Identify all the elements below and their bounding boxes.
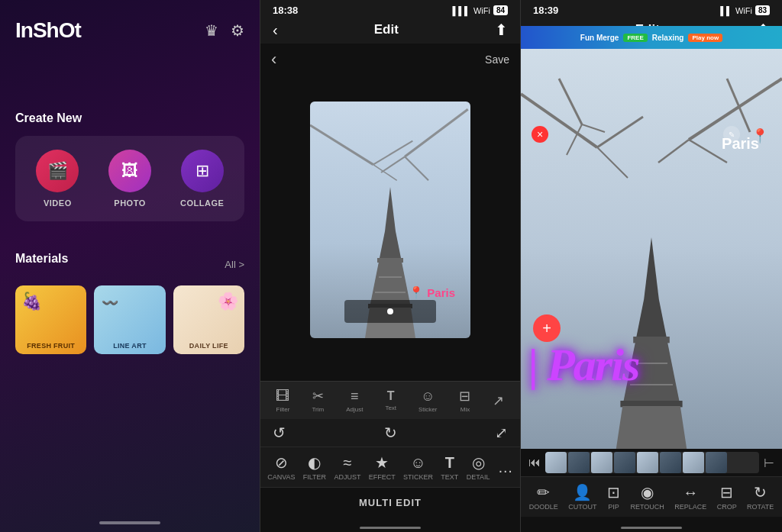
ad-banner[interactable]: Fun Merge FREE Relaxing Play now	[521, 26, 782, 49]
tool-rotate[interactable]: ↻ ROTATE	[747, 483, 774, 511]
text-icon: T	[445, 454, 454, 472]
tool-doodle[interactable]: ✏ DOODLE	[529, 483, 558, 511]
material-fresh-fruit[interactable]: FRESH FRUIT	[15, 285, 86, 354]
home-header: InShOt ♛ ⚙	[0, 0, 260, 50]
detail-label: DETAIL	[467, 473, 490, 481]
tool-filter[interactable]: ◐ FILTER	[303, 453, 326, 481]
tool-detail[interactable]: ◎ DETAIL	[467, 453, 490, 481]
paris-tree-branches	[521, 44, 782, 266]
fab-plus-icon: +	[542, 320, 551, 337]
tool-text[interactable]: T TEXT	[441, 454, 458, 481]
multi-edit-button[interactable]: MULTI EDIT	[359, 497, 422, 508]
edit-action-row: ↺ ↻ ⤢	[260, 419, 520, 447]
material-daily-life[interactable]: DAILY LIFE	[173, 285, 244, 354]
effect-icon: ★	[375, 453, 389, 472]
sticker-mini-icon: ☺	[421, 389, 435, 405]
material-daily-label: DAILY LIFE	[173, 342, 244, 350]
materials-all-link[interactable]: All >	[225, 259, 244, 270]
share-icon-middle[interactable]: ⬆	[495, 21, 508, 39]
tool-retouch[interactable]: ◉ RETOUCH	[630, 483, 664, 511]
paris-neon-label: | Paris	[528, 340, 638, 390]
mini-toolbar: 🎞 Filter ✂ Trim ≡ Adjust T Text ☺ Sticke…	[260, 381, 520, 419]
svg-marker-25	[635, 299, 667, 342]
collage-label: COLLAGE	[180, 198, 224, 208]
fab-add-button[interactable]: +	[533, 314, 561, 342]
timeline-track[interactable]	[545, 452, 759, 473]
ad-play-badge[interactable]: Play now	[688, 34, 722, 42]
tool-adjust[interactable]: ≈ ADJUST	[334, 454, 360, 481]
mini-tool-sticker[interactable]: ☺ Sticker	[418, 389, 437, 413]
tool-cutout[interactable]: 👤 CUTOUT	[568, 483, 596, 511]
edit-pencil-icon: ✎	[729, 131, 735, 139]
svg-line-16	[597, 147, 628, 178]
paris-bottom-bar	[521, 517, 782, 532]
paris-edit-button[interactable]: ✎	[723, 126, 740, 143]
trim-mini-label: Trim	[312, 406, 324, 413]
timeline-play-button[interactable]: ⏮	[528, 456, 541, 469]
tool-crop[interactable]: ⊟ CROP	[717, 483, 737, 511]
mini-tool-mix[interactable]: ⊟ Mix	[459, 388, 470, 413]
paris-sticker-text: Paris	[427, 286, 455, 299]
material-line-art[interactable]: LINE ART	[94, 285, 165, 354]
fullscreen-icon[interactable]: ⤢	[495, 424, 508, 442]
filter-icon: ◐	[308, 453, 321, 472]
photo-label: PHOTO	[114, 198, 145, 208]
create-collage-button[interactable]: ⊞ COLLAGE	[170, 150, 234, 208]
sticker-icon: ☺	[410, 454, 425, 472]
timeline-thumb-3	[591, 452, 612, 473]
tool-pip[interactable]: ⊡ PIP	[607, 483, 620, 511]
svg-line-18	[658, 140, 689, 163]
undo-icon[interactable]: ↺	[273, 424, 286, 442]
create-buttons-row: 🎬 VIDEO 🖼 PHOTO ⊞ COLLAGE	[15, 136, 244, 221]
paris-close-button[interactable]: ×	[532, 126, 548, 143]
tool-canvas[interactable]: ⊘ CANVAS	[267, 453, 295, 481]
materials-title: Materials	[15, 252, 68, 266]
collage-icon: ⊞	[181, 150, 224, 192]
svg-line-23	[727, 79, 750, 132]
tool-more[interactable]: …	[498, 459, 513, 476]
materials-header: Materials All >	[15, 252, 244, 276]
paris-large-neon-text[interactable]: | Paris	[528, 342, 638, 388]
mini-tool-adjust[interactable]: ≡ Adjust	[346, 389, 363, 413]
back-icon-middle[interactable]: ‹	[273, 21, 278, 39]
multi-edit-bar: MULTI EDIT	[260, 487, 520, 517]
create-section: Create New 🎬 VIDEO 🖼 PHOTO ⊞ COLLAGE	[0, 96, 260, 221]
timeline-thumb-8	[706, 452, 727, 473]
signal-icon-middle: ▌▌▌	[452, 6, 470, 15]
mini-tool-filter[interactable]: 🎞 Filter	[276, 389, 289, 413]
mini-tool-text[interactable]: T Text	[385, 389, 396, 411]
mix-mini-icon: ⊟	[459, 388, 470, 405]
paris-timeline-row: ⏮ ⊢	[521, 449, 782, 476]
close-icon: ×	[537, 128, 543, 140]
inner-back-icon[interactable]: ‹	[271, 50, 276, 69]
tool-sticker[interactable]: ☺ STICKER	[403, 454, 433, 481]
edit-topbar-middle: ‹ Edit ⬆	[260, 18, 520, 44]
crown-icon[interactable]: ♛	[205, 21, 218, 40]
canvas-label: CANVAS	[267, 473, 295, 481]
redo-icon[interactable]: ↻	[384, 424, 397, 442]
mini-tool-more[interactable]: ↗	[493, 392, 504, 409]
tool-replace[interactable]: ↔ REPLACE	[674, 484, 706, 511]
inner-save-btn[interactable]: Save	[485, 53, 509, 66]
cutout-label: CUTOUT	[568, 503, 596, 511]
adjust-icon: ≈	[343, 454, 351, 472]
settings-icon[interactable]: ⚙	[231, 21, 244, 40]
create-video-button[interactable]: 🎬 VIDEO	[26, 150, 89, 208]
mini-tool-trim[interactable]: ✂ Trim	[312, 388, 324, 413]
timeline-thumb-1	[545, 452, 567, 473]
signal-icon-paris: ▌▌	[720, 6, 732, 15]
timeline-end-button[interactable]: ⊢	[764, 456, 774, 470]
material-lineart-label: LINE ART	[94, 342, 165, 350]
battery-paris: 83	[755, 5, 770, 15]
adjust-mini-label: Adjust	[346, 406, 363, 413]
more-icon: …	[498, 459, 513, 476]
status-time-paris: 18:39	[533, 5, 558, 16]
bottom-home-indicator	[360, 527, 421, 529]
tool-effect[interactable]: ★ EFFECT	[369, 453, 396, 481]
create-photo-button[interactable]: 🖼 PHOTO	[99, 150, 162, 208]
material-fruit-label: FRESH FRUIT	[15, 342, 86, 350]
photo-icon: 🖼	[108, 150, 151, 192]
edit-bottom-tools: ⊘ CANVAS ◐ FILTER ≈ ADJUST ★ EFFECT ☺ ST…	[260, 447, 520, 487]
replace-icon: ↔	[683, 484, 698, 501]
materials-grid: FRESH FRUIT LINE ART DAILY LIFE	[15, 285, 244, 354]
